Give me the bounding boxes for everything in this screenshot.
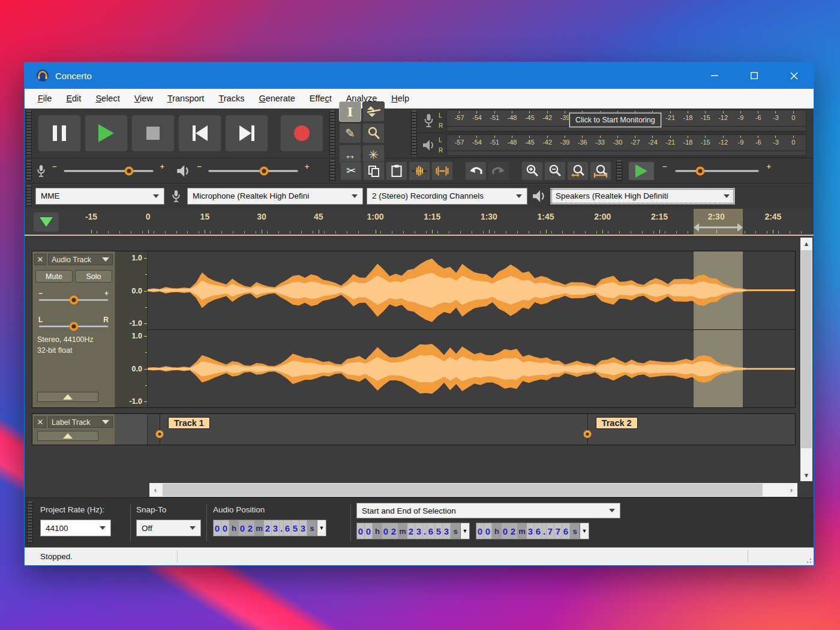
time-digit[interactable]: 0	[214, 520, 221, 536]
time-digit[interactable]: 0	[221, 520, 229, 536]
pan-slider[interactable]: L R	[38, 325, 109, 328]
time-digit[interactable]: 5	[435, 523, 443, 539]
playback-device-select[interactable]: Speakers (Realtek High Definiti	[550, 188, 735, 205]
silence-audio-button[interactable]	[431, 161, 453, 181]
time-digit[interactable]: 2	[407, 523, 415, 539]
snap-to-select[interactable]: Off	[136, 520, 201, 536]
time-digit[interactable]: .	[280, 520, 284, 536]
time-digit[interactable]: 2	[509, 523, 517, 539]
time-digit[interactable]: 0	[365, 523, 373, 539]
time-digit[interactable]: 3	[299, 520, 307, 536]
time-digit[interactable]: .	[542, 523, 547, 539]
track-area[interactable]: ✕ Audio Track Mute Solo − + L R Stereo, …	[25, 236, 814, 497]
solo-button[interactable]: Solo	[75, 270, 112, 283]
label-marker-icon[interactable]	[583, 430, 591, 438]
mixer-toolbar-grip[interactable]	[26, 160, 32, 181]
scroll-right-button[interactable]: ›	[785, 483, 797, 497]
redo-button[interactable]	[488, 161, 509, 181]
zoom-in-button[interactable]	[521, 161, 543, 181]
audio-track-title-menu[interactable]: Audio Track	[48, 254, 113, 265]
stop-button[interactable]	[131, 115, 175, 152]
time-digit[interactable]: 0	[357, 523, 365, 539]
vertical-scale-ruler[interactable]: 1.00.0-1.01.00.0-1.0	[115, 251, 148, 407]
menu-select[interactable]: Select	[88, 94, 127, 103]
label-text[interactable]: Track 1	[168, 417, 210, 429]
record-button[interactable]	[280, 115, 323, 152]
play-speed-thumb[interactable]	[695, 166, 704, 175]
maximize-button[interactable]	[734, 62, 774, 89]
playback-volume-slider[interactable]	[208, 170, 298, 172]
draw-tool-button[interactable]: ✎	[339, 123, 361, 143]
recording-device-select[interactable]: Microphone (Realtek High Defini	[187, 188, 363, 205]
playback-volume-thumb[interactable]	[259, 166, 268, 175]
close-track-button[interactable]: ✕	[34, 254, 46, 265]
time-format-menu-arrow[interactable]: ▼	[460, 523, 469, 539]
paste-button[interactable]	[386, 161, 407, 181]
vertical-scrollbar[interactable]: ▲ ▼	[800, 238, 812, 481]
play-button[interactable]	[85, 115, 128, 152]
waveform-channel-right[interactable]	[148, 330, 795, 408]
envelope-tool-button[interactable]	[362, 101, 385, 122]
gain-thumb[interactable]	[69, 296, 78, 305]
time-digit[interactable]: 6	[562, 523, 570, 539]
cut-button[interactable]: ✂	[340, 161, 362, 181]
time-digit[interactable]: 7	[554, 523, 562, 539]
playback-meter[interactable]: LR -57-54-51-48-45-42-39-36-33-30-27-24-…	[418, 133, 806, 158]
audio-position-field[interactable]: 00h02m23.653s▼	[213, 520, 326, 536]
time-digit[interactable]: 0	[502, 523, 509, 539]
quick-play-button[interactable]	[33, 212, 59, 232]
vertical-scroll-thumb[interactable]	[801, 250, 812, 448]
time-digit[interactable]: 2	[390, 523, 398, 539]
menu-effect[interactable]: Effect	[302, 94, 339, 103]
time-format-menu-arrow[interactable]: ▼	[317, 520, 326, 536]
time-digit[interactable]: 3	[443, 523, 451, 539]
meter-toolbar-grip[interactable]	[411, 110, 417, 156]
play-at-speed-button[interactable]	[628, 161, 655, 181]
time-digit[interactable]: 0	[239, 520, 247, 536]
close-button[interactable]	[774, 62, 814, 89]
label-track-title-menu[interactable]: Label Track	[48, 416, 113, 428]
selection-tool-button[interactable]: I	[339, 101, 361, 122]
horizontal-scroll-track[interactable]	[161, 483, 785, 497]
selection-toolbar-grip[interactable]	[27, 502, 33, 544]
trim-audio-button[interactable]	[409, 161, 430, 181]
menu-help[interactable]: Help	[384, 94, 416, 103]
label-marker-icon[interactable]	[155, 430, 163, 438]
menu-generate[interactable]: Generate	[251, 94, 302, 103]
selection-start-field[interactable]: 00h02m23.653s▼	[356, 523, 470, 539]
time-digit[interactable]: 6	[427, 523, 435, 539]
waveform-channel-left[interactable]	[148, 251, 795, 330]
collapse-track-button[interactable]	[37, 431, 98, 441]
pan-thumb[interactable]	[69, 322, 78, 331]
time-digit[interactable]: 5	[292, 520, 299, 536]
horizontal-scrollbar[interactable]: ‹ ›	[149, 483, 797, 497]
time-digit[interactable]: 2	[264, 520, 272, 536]
recording-channels-select[interactable]: 2 (Stereo) Recording Channels	[367, 188, 527, 205]
label-text[interactable]: Track 2	[596, 417, 638, 429]
scroll-left-button[interactable]: ‹	[149, 483, 161, 497]
time-digit[interactable]: 0	[484, 523, 492, 539]
time-digit[interactable]: 6	[284, 520, 292, 536]
audio-host-select[interactable]: MME	[35, 188, 164, 205]
waveform-area[interactable]	[148, 251, 795, 407]
labels-strip[interactable]: Track 1Track 2	[148, 414, 795, 445]
time-digit[interactable]: 0	[382, 523, 390, 539]
monitoring-tooltip[interactable]: Click to Start Monitoring	[569, 113, 661, 127]
time-digit[interactable]: 3	[272, 520, 280, 536]
time-format-menu-arrow[interactable]: ▼	[580, 523, 589, 539]
time-digit[interactable]: 3	[527, 523, 535, 539]
horizontal-scroll-thumb[interactable]	[163, 484, 763, 496]
zoom-out-button[interactable]	[544, 161, 566, 181]
skip-to-end-button[interactable]	[225, 115, 268, 152]
menu-transport[interactable]: Transport	[160, 94, 212, 103]
close-track-button[interactable]: ✕	[34, 416, 46, 428]
play-speed-slider[interactable]	[675, 170, 759, 172]
device-toolbar-grip[interactable]	[26, 185, 32, 206]
play-at-speed-toolbar-grip[interactable]	[616, 160, 622, 181]
scroll-down-button[interactable]: ▼	[800, 469, 812, 481]
time-digit[interactable]: .	[423, 523, 427, 539]
selection-end-field[interactable]: 00h02m36.776s▼	[476, 523, 589, 539]
copy-button[interactable]	[363, 161, 385, 181]
time-digit[interactable]: 6	[535, 523, 542, 539]
project-rate-select[interactable]: 44100	[40, 520, 111, 536]
